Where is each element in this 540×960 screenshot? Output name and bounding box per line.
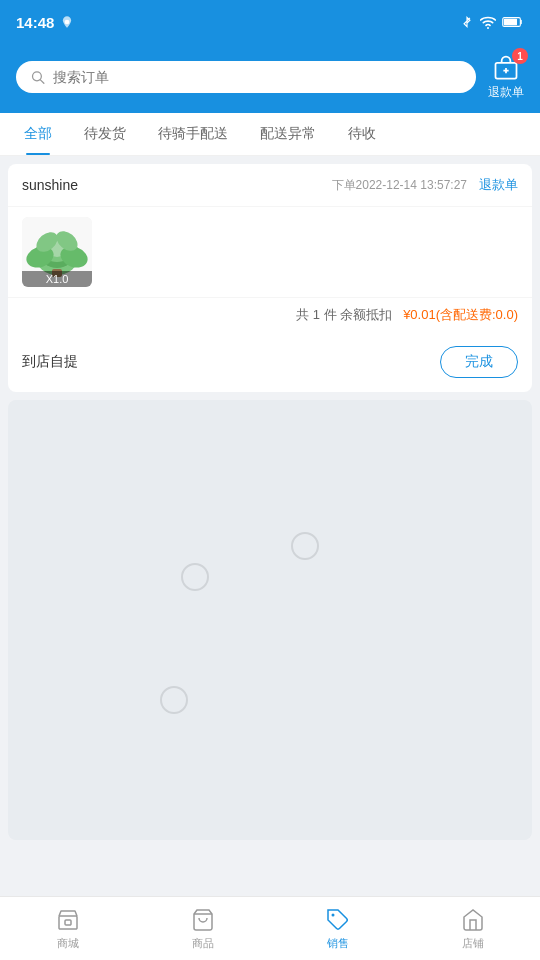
loading-area [8,400,532,840]
badge-count: 1 [512,48,528,64]
sales-icon [325,907,351,933]
complete-button[interactable]: 完成 [440,346,518,378]
svg-point-1 [487,27,489,29]
search-input[interactable] [53,69,462,85]
order-user: sunshine [22,177,78,193]
tab-pending-ship[interactable]: 待发货 [68,113,142,155]
tab-pending-receive[interactable]: 待收 [332,113,392,155]
svg-rect-20 [65,920,71,925]
order-header: sunshine 下单2022-12-14 13:57:27 退款单 [8,164,532,207]
svg-line-5 [40,79,43,82]
product-qty: X1.0 [22,271,92,287]
location-icon [60,15,74,29]
status-bar: 14:48 [0,0,540,44]
order-summary-text: 共 1 件 余额抵扣 [296,307,392,322]
product-image-wrap[interactable]: X1.0 [22,217,92,287]
order-summary: 共 1 件 余额抵扣 ¥0.01(含配送费:0.0) [8,297,532,336]
order-amount: ¥0.01(含配送费:0.0) [403,307,518,322]
tab-all[interactable]: 全部 [8,113,68,155]
delivery-type: 到店自提 [22,353,78,371]
spinner-3 [160,686,188,714]
tab-pending-rider[interactable]: 待骑手配送 [142,113,244,155]
goods-icon [190,907,216,933]
bluetooth-icon [460,15,474,29]
product-area: X1.0 [8,207,532,297]
nav-sales-label: 销售 [327,936,349,951]
order-time: 下单2022-12-14 13:57:27 [332,177,467,194]
order-card: sunshine 下单2022-12-14 13:57:27 退款单 [8,164,532,392]
header: 1 退款单 [0,44,540,113]
nav-store-label: 店铺 [462,936,484,951]
spinner-1 [181,563,209,591]
refund-label: 退款单 [488,84,524,101]
spinner-2 [291,532,319,560]
nav-goods[interactable]: 商品 [135,899,270,959]
order-meta: 下单2022-12-14 13:57:27 退款单 [332,176,518,194]
search-bar[interactable] [16,61,476,93]
svg-point-22 [331,913,334,916]
battery-icon [502,15,524,29]
svg-rect-3 [504,19,517,26]
bottom-nav: 商城 商品 销售 店铺 [0,896,540,960]
nav-goods-label: 商品 [192,936,214,951]
nav-sales[interactable]: 销售 [270,899,405,959]
nav-store[interactable]: 店铺 [405,899,540,959]
refund-button[interactable]: 1 退款单 [488,52,524,101]
store-icon [460,907,486,933]
time-display: 14:48 [16,14,54,31]
tab-delivery-exception[interactable]: 配送异常 [244,113,332,155]
status-time: 14:48 [16,14,74,31]
search-icon [30,69,45,85]
wifi-icon [480,15,496,29]
status-icons [460,15,524,29]
tabs-container: 全部 待发货 待骑手配送 配送异常 待收 [0,113,540,156]
svg-rect-19 [59,916,77,929]
order-footer: 到店自提 完成 [8,336,532,392]
nav-shop[interactable]: 商城 [0,899,135,959]
nav-shop-label: 商城 [57,936,79,951]
shop-icon [55,907,81,933]
order-refund-link[interactable]: 退款单 [479,176,518,194]
